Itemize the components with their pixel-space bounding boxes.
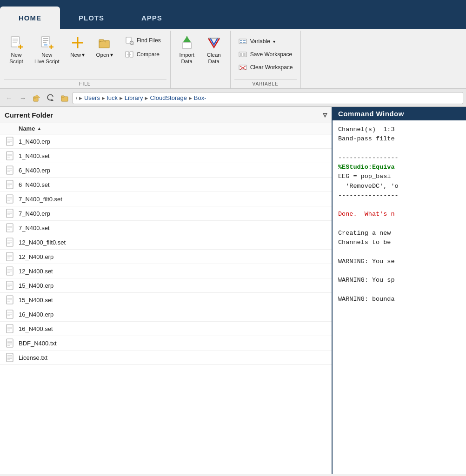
command-line: ----------------: [338, 192, 399, 199]
folder-item[interactable]: 7_N400.erp: [0, 206, 332, 221]
find-files-label: Find Files: [137, 37, 161, 44]
ribbon-variable-section: Variable ▾ Save Workspace: [231, 31, 301, 88]
new-dropdown-arrow: ▾: [82, 52, 85, 59]
back-button[interactable]: ←: [3, 92, 15, 104]
command-window-content[interactable]: Channel(s) 1:3 Band-pass filte ---------…: [333, 120, 466, 474]
path-cloudstorage[interactable]: CloudStorage: [150, 94, 187, 101]
folder-file-list: 1_N400.erp 1_N400.set 6_N400.erp 6_N400.…: [0, 134, 332, 365]
save-workspace-button[interactable]: Save Workspace: [234, 48, 297, 60]
svg-marker-42: [33, 95, 40, 98]
sort-arrow: ▲: [37, 126, 41, 131]
path-luck[interactable]: luck: [107, 94, 118, 101]
path-box[interactable]: Box-: [194, 94, 206, 101]
folder-item[interactable]: 15_N400.erp: [0, 278, 332, 293]
folder-item[interactable]: 7_N400_filt0.set: [0, 192, 332, 206]
forward-button[interactable]: →: [17, 92, 29, 104]
refresh-button[interactable]: [45, 92, 57, 104]
path-library[interactable]: Library: [125, 94, 143, 101]
file-name: 7_N400_filt0.set: [19, 196, 62, 203]
new-dropdown-button[interactable]: New ▾: [65, 33, 90, 60]
folder-item[interactable]: 15_N400.set: [0, 293, 332, 307]
folder-icon-btn[interactable]: [59, 92, 71, 104]
clean-data-icon: [206, 34, 222, 51]
folder-item[interactable]: License.txt: [0, 350, 332, 365]
new-script-button[interactable]: New Script: [4, 33, 29, 67]
import-data-button[interactable]: Import Data: [174, 33, 200, 67]
variable-button[interactable]: Variable ▾: [234, 35, 297, 47]
svg-rect-33: [243, 42, 246, 43]
find-files-button[interactable]: Find Files: [121, 34, 165, 46]
svg-rect-45: [61, 96, 64, 97]
svg-rect-11: [44, 44, 47, 46]
command-line: Creating a new: [338, 230, 395, 237]
file-name: License.txt: [19, 354, 47, 361]
variable-dropdown-arrow: ▾: [273, 39, 275, 44]
folder-item[interactable]: 7_N400.set: [0, 221, 332, 235]
ribbon: New Script New Live Script: [0, 29, 466, 89]
folder-panel-settings-icon[interactable]: ▿: [323, 110, 327, 120]
file-name: 12_N400.erp: [19, 253, 53, 260]
new-label: New: [70, 52, 81, 59]
tab-apps[interactable]: APPS: [123, 7, 181, 29]
file-name: 15_N400.erp: [19, 282, 53, 289]
clear-workspace-label: Clear Workspace: [250, 64, 293, 71]
file-name: 16_N400.set: [19, 325, 53, 332]
folder-panel-header: Current Folder ▿: [0, 107, 332, 123]
command-line: ----------------: [338, 154, 399, 161]
up-folder-button[interactable]: [31, 92, 43, 104]
save-workspace-label: Save Workspace: [250, 51, 293, 58]
new-script-icon: [8, 34, 25, 51]
folder-item[interactable]: 12_N400_filt0.set: [0, 235, 332, 250]
file-name: 1_N400.set: [19, 152, 50, 159]
clear-workspace-button[interactable]: Clear Workspace: [234, 61, 297, 73]
file-icon: [5, 338, 15, 348]
folder-item[interactable]: 12_N400.set: [0, 264, 332, 278]
find-compare-group: Find Files Compare: [119, 33, 166, 60]
file-icon: [5, 266, 15, 276]
new-dropdown-label-row: New ▾: [70, 52, 85, 59]
file-icon: [5, 309, 15, 319]
file-icon: [5, 151, 15, 161]
new-script-label: New Script: [9, 52, 23, 65]
clean-data-label: Clean Data: [207, 52, 221, 65]
file-icon: [5, 208, 15, 218]
folder-item[interactable]: 6_N400.erp: [0, 163, 332, 178]
folder-item[interactable]: 1_N400.set: [0, 149, 332, 163]
folder-item[interactable]: BDF_N400.txt: [0, 336, 332, 350]
tab-plots[interactable]: PLOTS: [60, 7, 123, 29]
file-name: 1_N400.erp: [19, 138, 50, 145]
new-live-script-button[interactable]: New Live Script: [31, 33, 63, 67]
folder-item[interactable]: 16_N400.erp: [0, 307, 332, 322]
file-icon: [5, 295, 15, 305]
path-users[interactable]: Users: [84, 94, 100, 101]
svg-rect-36: [243, 53, 246, 56]
command-window-title: Command Window: [333, 107, 466, 120]
compare-button[interactable]: Compare: [121, 48, 165, 60]
file-icon: [5, 280, 15, 291]
import-data-icon: [179, 34, 195, 51]
clean-data-button[interactable]: Clean Data: [201, 33, 226, 67]
folder-item[interactable]: 6_N400.set: [0, 178, 332, 192]
svg-rect-35: [240, 53, 242, 56]
ribbon-data-section: Import Data Clean Data DATA: [171, 31, 231, 88]
folder-item[interactable]: 12_N400.erp: [0, 250, 332, 264]
tab-home[interactable]: HOME: [0, 7, 60, 29]
folder-item[interactable]: 1_N400.erp: [0, 134, 332, 149]
ribbon-data-buttons: Import Data Clean Data: [174, 33, 226, 77]
file-name: 12_N400.set: [19, 268, 53, 275]
file-name: 6_N400.erp: [19, 167, 50, 174]
open-dropdown-button[interactable]: Open ▾: [92, 33, 117, 60]
folder-item[interactable]: 16_N400.set: [0, 322, 332, 336]
variable-section-inner: Variable ▾ Save Workspace: [234, 33, 297, 76]
file-name: BDF_N400.txt: [19, 340, 57, 347]
folder-col-header: Name ▲: [0, 123, 332, 134]
file-icon: [5, 237, 15, 247]
folder-panel: Current Folder ▿ Name ▲ 1_N400.erp 1_N40…: [0, 107, 333, 474]
folder-panel-title: Current Folder: [5, 111, 53, 119]
clear-workspace-icon: [238, 63, 247, 72]
file-icon: [5, 223, 15, 233]
svg-rect-30: [240, 40, 242, 41]
open-label: Open: [96, 52, 109, 59]
ribbon-file-section: New Script New Live Script: [0, 31, 171, 88]
address-path[interactable]: / ► Users ► luck ► Library ► CloudStorag…: [73, 92, 463, 104]
